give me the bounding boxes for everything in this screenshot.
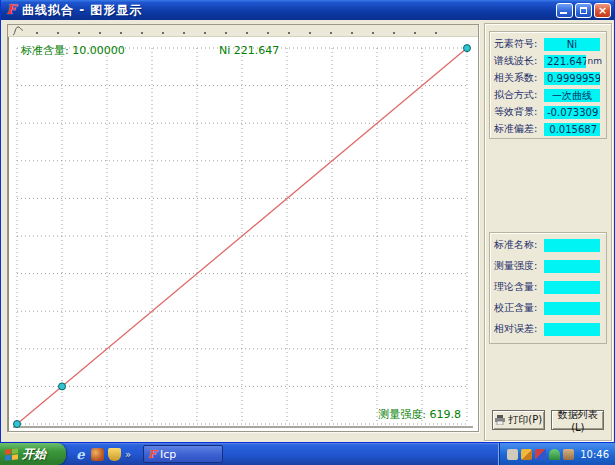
- field-label: 理论含量:: [494, 280, 544, 294]
- field-label: 相关系数:: [494, 71, 544, 85]
- data-point[interactable]: [464, 45, 471, 52]
- curve-tool-icon: [11, 26, 25, 36]
- chart-title: Ni 221.647: [219, 44, 279, 57]
- restore-icon: [580, 7, 587, 14]
- taskbar: 开始 e » F Icp 10:46: [0, 443, 615, 465]
- data-list-button-label: 数据列表(L): [552, 408, 603, 433]
- print-button[interactable]: 打印(P): [492, 410, 545, 430]
- measure-result-group: 标准名称: 测量强度: 理论含量:: [489, 232, 607, 344]
- field-row: 标准偏差: 0.015687: [494, 122, 602, 136]
- field-row: 拟合方式: 一次曲线: [494, 88, 602, 102]
- tray-icon-antivirus[interactable]: [549, 449, 560, 460]
- icp-app-icon: F: [148, 448, 156, 461]
- field-label: 等效背景:: [494, 105, 544, 119]
- window-controls: ×: [556, 3, 611, 18]
- field-value[interactable]: [544, 239, 600, 252]
- field-row: 相关系数: 0.99999594: [494, 71, 602, 85]
- shield-icon[interactable]: [108, 448, 121, 461]
- plot-area[interactable]: 标准含量: 10.00000 Ni 221.647 测量强度: 619.8: [9, 38, 477, 431]
- close-button[interactable]: ×: [594, 3, 611, 18]
- field-unit: nm: [588, 56, 602, 66]
- measured-intensity-label: 测量强度: 619.8: [378, 408, 461, 421]
- windows-logo-icon: [5, 448, 18, 460]
- window-title: 曲线拟合 - 图形显示: [22, 2, 556, 19]
- task-button-label: Icp: [160, 448, 176, 461]
- field-row: 测量强度:: [494, 259, 602, 273]
- chart-panel: 标准含量: 10.00000 Ni 221.647 测量强度: 619.8: [7, 24, 479, 432]
- task-button-icp[interactable]: F Icp: [143, 445, 223, 463]
- data-point[interactable]: [14, 421, 21, 428]
- field-value[interactable]: [544, 302, 600, 315]
- tray-icon-ime[interactable]: [521, 449, 532, 460]
- field-row: 标准名称:: [494, 238, 602, 252]
- tray-icon-update[interactable]: [535, 449, 546, 460]
- field-value[interactable]: 一次曲线: [544, 89, 600, 102]
- field-label: 标准偏差:: [494, 122, 544, 136]
- ruler-ticks: [36, 32, 438, 34]
- field-row: 理论含量:: [494, 280, 602, 294]
- field-row: 等效背景: -0.073309: [494, 105, 602, 119]
- standard-content-label: 标准含量: 10.00000: [20, 44, 125, 57]
- field-label: 校正含量:: [494, 301, 544, 315]
- close-icon: ×: [595, 4, 610, 17]
- app-icon: F: [4, 3, 18, 17]
- panel-buttons: 打印(P) 数据列表(L): [485, 410, 611, 430]
- chart-ruler: [8, 25, 478, 37]
- field-value[interactable]: [544, 323, 600, 336]
- field-value[interactable]: 0.015687: [544, 123, 600, 136]
- field-label: 谱线波长:: [494, 54, 544, 68]
- field-label: 测量强度:: [494, 259, 544, 273]
- data-list-button[interactable]: 数据列表(L): [551, 410, 604, 430]
- field-row: 元素符号: Ni: [494, 37, 602, 51]
- field-value[interactable]: [544, 281, 600, 294]
- field-label: 拟合方式:: [494, 88, 544, 102]
- tray-icon-app[interactable]: [507, 449, 518, 460]
- data-point[interactable]: [59, 383, 66, 390]
- field-value[interactable]: [544, 260, 600, 273]
- field-value[interactable]: -0.073309: [544, 106, 600, 119]
- print-button-label: 打印(P): [508, 413, 542, 427]
- minimize-icon: [560, 12, 567, 14]
- field-value[interactable]: 221.647: [544, 55, 586, 68]
- quick-launch-icon[interactable]: [91, 448, 104, 461]
- desktop: F 曲线拟合 - 图形显示 × 标准含量: 10.00000: [0, 0, 615, 465]
- fit-info-group: 元素符号: Ni 谱线波长: 221.647 nm 相关系数: 0.999995…: [489, 31, 607, 139]
- start-button[interactable]: 开始: [0, 443, 66, 465]
- calibration-chart: 标准含量: 10.00000 Ni 221.647 测量强度: 619.8: [9, 38, 477, 431]
- side-panel: 元素符号: Ni 谱线波长: 221.647 nm 相关系数: 0.999995…: [484, 23, 612, 441]
- internet-explorer-icon[interactable]: e: [74, 448, 87, 461]
- app-window: F 曲线拟合 - 图形显示 × 标准含量: 10.00000: [0, 0, 615, 443]
- tray-icon-volume[interactable]: [563, 449, 574, 460]
- quick-launch: e »: [66, 448, 137, 461]
- minimize-button[interactable]: [556, 3, 573, 18]
- start-button-label: 开始: [22, 446, 46, 463]
- field-row: 谱线波长: 221.647 nm: [494, 54, 602, 68]
- printer-icon: [494, 415, 506, 425]
- field-row: 校正含量:: [494, 301, 602, 315]
- overflow-chevron[interactable]: »: [125, 449, 131, 460]
- field-label: 相对误差:: [494, 322, 544, 336]
- field-row: 相对误差:: [494, 322, 602, 336]
- system-tray: 10:46: [498, 443, 615, 465]
- titlebar[interactable]: F 曲线拟合 - 图形显示 ×: [1, 0, 614, 20]
- field-label: 标准名称:: [494, 238, 544, 252]
- restore-button[interactable]: [575, 3, 592, 18]
- clock[interactable]: 10:46: [580, 449, 609, 460]
- field-value[interactable]: 0.99999594: [544, 72, 600, 85]
- field-label: 元素符号:: [494, 37, 544, 51]
- field-value[interactable]: Ni: [544, 38, 600, 51]
